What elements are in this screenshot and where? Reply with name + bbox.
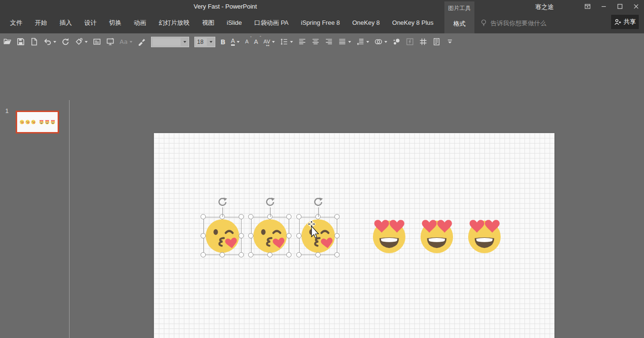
font-size-value[interactable]: 18 xyxy=(196,38,207,46)
maximize-icon[interactable] xyxy=(612,0,628,12)
shrink-font-glyph: Aˇ xyxy=(245,39,249,44)
resize-handle[interactable] xyxy=(248,233,253,238)
align-right-icon[interactable] xyxy=(325,36,333,48)
minimize-icon[interactable] xyxy=(595,0,612,12)
tab-文件[interactable]: 文件 xyxy=(4,12,29,33)
align-left-icon[interactable] xyxy=(298,36,306,48)
alt-text-icon[interactable] xyxy=(93,36,101,48)
open-icon[interactable] xyxy=(3,36,11,48)
undo-dropdown-icon[interactable] xyxy=(53,41,56,43)
tell-me-search[interactable] xyxy=(480,16,604,30)
grow-font-button[interactable]: Aˆ xyxy=(254,36,258,48)
tab-开始[interactable]: 开始 xyxy=(29,12,53,33)
grow-font-glyph: Aˆ xyxy=(254,39,258,45)
tab-切换[interactable]: 切换 xyxy=(103,12,128,33)
tab-视图[interactable]: 视图 xyxy=(196,12,221,33)
resize-handle[interactable] xyxy=(286,214,292,219)
tab-OneKey 8[interactable]: OneKey 8 xyxy=(346,12,386,33)
animation-effects-icon[interactable] xyxy=(392,36,401,48)
tab-动画[interactable]: 动画 xyxy=(128,12,152,33)
share-button[interactable]: 共享 xyxy=(611,15,639,29)
redo-glyph xyxy=(61,38,70,46)
resize-handle[interactable] xyxy=(286,252,292,257)
undo-icon[interactable] xyxy=(43,36,56,48)
start-slideshow-icon[interactable] xyxy=(106,36,114,48)
font-size-combo[interactable]: 18 xyxy=(194,36,215,48)
resize-handle[interactable] xyxy=(296,252,302,257)
merge-shapes-glyph xyxy=(374,38,382,46)
emoji-heart-eyes[interactable] xyxy=(371,217,408,254)
save-icon[interactable] xyxy=(17,36,25,48)
line-spacing-dropdown-icon[interactable] xyxy=(290,41,293,43)
change-case-glyph: Aa xyxy=(120,39,128,45)
resize-handle[interactable] xyxy=(201,214,206,219)
align-center-icon[interactable] xyxy=(312,36,320,48)
resize-handle[interactable] xyxy=(334,252,340,257)
redo-icon[interactable] xyxy=(61,36,70,48)
resize-handle[interactable] xyxy=(239,233,244,238)
thumbnail-emoji-heart-eyes xyxy=(50,120,55,124)
tab-OneKey 8 Plus[interactable]: OneKey 8 Plus xyxy=(386,12,440,33)
resize-handle[interactable] xyxy=(220,252,225,257)
char-spacing-dropdown-icon[interactable] xyxy=(272,41,275,43)
font-color-button[interactable]: A xyxy=(231,36,240,48)
resize-handle[interactable] xyxy=(286,233,292,238)
bold-button[interactable]: B xyxy=(221,36,226,48)
decrease-indent-icon[interactable] xyxy=(356,36,369,48)
tab-幻灯片放映[interactable]: 幻灯片放映 xyxy=(152,12,196,33)
search-input[interactable] xyxy=(491,20,562,27)
change-case-dropdown-icon xyxy=(130,41,132,43)
draw-shape-dropdown-icon[interactable] xyxy=(85,41,88,43)
resize-handle[interactable] xyxy=(296,214,302,219)
more-commands-icon[interactable] xyxy=(446,36,454,48)
new-file-icon[interactable] xyxy=(30,36,38,48)
justify-icon[interactable] xyxy=(338,36,351,48)
rotate-handle-icon[interactable] xyxy=(217,197,228,207)
rotate-handle-icon[interactable] xyxy=(265,197,275,207)
resize-handle[interactable] xyxy=(315,252,321,257)
format-painter-icon[interactable] xyxy=(138,36,146,48)
heart-eyes-image xyxy=(466,217,503,254)
notes-icon[interactable] xyxy=(433,36,441,48)
rotate-handle-icon[interactable] xyxy=(313,197,323,207)
font-name-combo[interactable] xyxy=(151,36,189,48)
tab-format[interactable]: 格式 xyxy=(444,20,474,28)
decrease-indent-dropdown-icon[interactable] xyxy=(366,41,369,43)
emoji-heart-eyes[interactable] xyxy=(418,217,455,254)
panel-divider[interactable] xyxy=(69,100,70,338)
resize-handle[interactable] xyxy=(296,233,302,238)
tab-插入[interactable]: 插入 xyxy=(53,12,78,33)
close-icon[interactable] xyxy=(628,0,644,12)
font-color-dropdown-icon[interactable] xyxy=(237,41,240,43)
ribbon-display-options-icon[interactable] xyxy=(579,0,595,12)
selection-box xyxy=(203,217,242,255)
justify-dropdown-icon[interactable] xyxy=(348,41,351,43)
resize-handle[interactable] xyxy=(239,214,244,219)
tab-口袋动画 PA[interactable]: 口袋动画 PA xyxy=(248,12,295,33)
resize-handle[interactable] xyxy=(201,252,206,257)
resize-handle[interactable] xyxy=(248,214,253,219)
resize-handle[interactable] xyxy=(267,252,272,257)
resize-handle[interactable] xyxy=(334,233,340,238)
align-center-glyph xyxy=(312,38,320,46)
font-size-dropdown-icon[interactable] xyxy=(208,37,215,47)
tab-设计[interactable]: 设计 xyxy=(78,12,103,33)
merge-shapes-icon[interactable] xyxy=(374,36,387,48)
draw-shape-icon[interactable] xyxy=(75,36,88,48)
resize-handle[interactable] xyxy=(201,233,206,238)
shrink-font-button[interactable]: Aˇ xyxy=(245,36,249,48)
tab-iSpring Free 8[interactable]: iSpring Free 8 xyxy=(295,12,346,33)
resize-handle[interactable] xyxy=(248,252,253,257)
merge-shapes-dropdown-icon[interactable] xyxy=(384,41,387,43)
line-spacing-icon[interactable] xyxy=(280,36,293,48)
gridlines-icon[interactable] xyxy=(419,36,427,48)
font-name-dropdown-icon[interactable] xyxy=(181,37,189,47)
tab-iSlide[interactable]: iSlide xyxy=(221,12,248,33)
resize-handle[interactable] xyxy=(334,214,340,219)
font-name-value[interactable] xyxy=(152,38,181,46)
slide-canvas[interactable] xyxy=(154,133,554,338)
resize-handle[interactable] xyxy=(239,252,244,257)
slide-thumbnail[interactable] xyxy=(16,111,59,133)
char-spacing-button[interactable]: AV↔ xyxy=(263,36,275,48)
emoji-heart-eyes[interactable] xyxy=(466,217,503,254)
